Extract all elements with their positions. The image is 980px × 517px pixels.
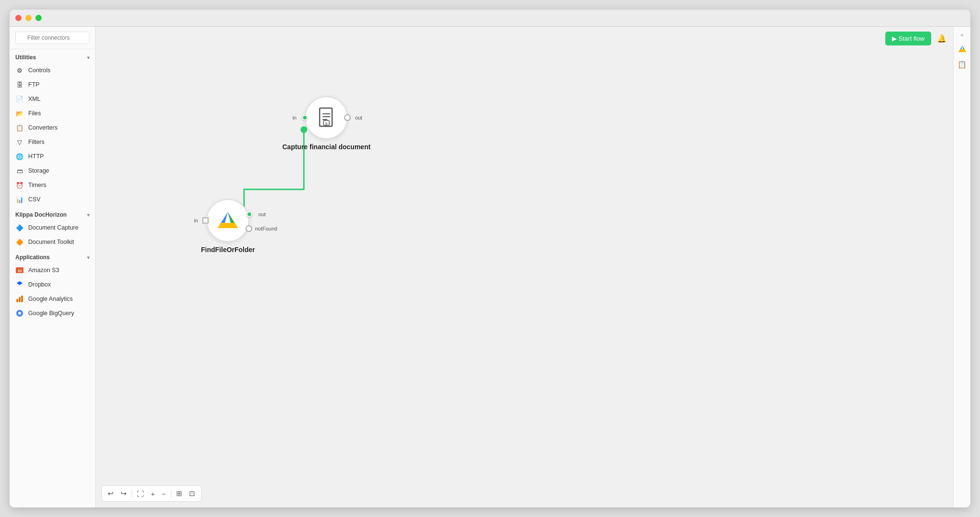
sidebar-item-google-analytics[interactable]: Google Analytics — [10, 292, 95, 306]
notification-bell[interactable]: 🔔 — [935, 32, 948, 45]
timers-icon: ⏰ — [15, 181, 24, 189]
sidebar-item-google-bigquery[interactable]: Google BigQuery — [10, 306, 95, 320]
node-find-file[interactable]: in out — [201, 199, 255, 253]
find-in-port — [202, 218, 209, 224]
maximize-button[interactable] — [35, 15, 42, 21]
klippa-section-header[interactable]: Klippa DocHorizon ▾ — [10, 207, 95, 220]
top-right-toolbar: ▶ Start flow 🔔 — [885, 32, 948, 45]
right-panel-drive-icon[interactable] — [957, 44, 968, 55]
http-icon: 🌐 — [15, 152, 24, 161]
search-input[interactable] — [15, 32, 89, 44]
sidebar-item-amazon-s3[interactable]: S3 Amazon S3 — [10, 263, 95, 277]
sidebar-item-filters[interactable]: ▽ Filters — [10, 135, 95, 149]
bottom-toolbar: ↩ ↪ ⛶ + − ⊞ ⊡ — [101, 485, 201, 502]
sidebar-item-http[interactable]: 🌐 HTTP — [10, 149, 95, 164]
sidebar-item-controls[interactable]: ⚙ Controls — [10, 63, 95, 77]
controls-label: Controls — [28, 67, 51, 74]
svg-marker-18 — [218, 223, 238, 228]
gdrive-node-icon — [216, 210, 240, 231]
right-panel-collapse[interactable]: « — [959, 31, 966, 40]
svg-point-7 — [18, 312, 21, 315]
klippa-label: Klippa DocHorizon — [15, 211, 67, 218]
utilities-chevron: ▾ — [87, 55, 89, 60]
doc-toolkit-label: Document Toolkit — [28, 239, 74, 245]
google-analytics-icon — [15, 295, 24, 303]
sidebar-item-timers[interactable]: ⏰ Timers — [10, 178, 95, 192]
canvas-area[interactable]: ▶ Start flow 🔔 in — [96, 27, 953, 507]
controls-icon: ⚙ — [15, 66, 24, 75]
right-panel-settings-icon[interactable]: 📋 — [957, 59, 968, 70]
sidebar-item-xml[interactable]: 📄 XML — [10, 92, 95, 106]
capture-out-port — [344, 114, 351, 121]
minimap-button[interactable]: ⊡ — [187, 488, 197, 499]
filters-label: Filters — [28, 139, 45, 145]
title-bar — [10, 10, 970, 27]
applications-chevron: ▾ — [87, 255, 89, 260]
dropbox-label: Dropbox — [28, 281, 51, 288]
doc-capture-icon: 🔷 — [15, 223, 24, 232]
sidebar-item-csv[interactable]: 📊 CSV — [10, 192, 95, 207]
start-flow-button[interactable]: ▶ Start flow — [885, 32, 931, 45]
main-window: 🔍 Utilities ▾ ⚙ Controls 🗄 FTP — [10, 10, 970, 507]
sidebar-item-doc-capture[interactable]: 🔷 Document Capture — [10, 220, 95, 235]
sidebar-item-dropbox[interactable]: Dropbox — [10, 277, 95, 292]
capture-in-label: in — [292, 115, 297, 121]
svg-text:$: $ — [325, 121, 328, 126]
capture-node-label: Capture financial document — [282, 143, 370, 151]
right-panel: « 📋 — [953, 27, 970, 507]
svg-marker-2 — [17, 281, 22, 287]
close-button[interactable] — [15, 15, 22, 21]
sidebar-item-files[interactable]: 📂 Files — [10, 106, 95, 121]
toolbar-divider-2 — [171, 490, 171, 497]
doc-toolkit-icon: 🔶 — [15, 238, 24, 246]
main-content: 🔍 Utilities ▾ ⚙ Controls 🗄 FTP — [10, 27, 970, 507]
utilities-label: Utilities — [15, 54, 36, 61]
zoom-out-button[interactable]: − — [160, 489, 168, 499]
sidebar-item-converters[interactable]: 📋 Converters — [10, 121, 95, 135]
ftp-label: FTP — [28, 81, 40, 88]
google-bigquery-icon — [15, 309, 24, 318]
google-bigquery-label: Google BigQuery — [28, 310, 74, 317]
capture-out-label: out — [355, 115, 362, 121]
http-label: HTTP — [28, 153, 44, 160]
storage-icon: 🗃 — [15, 166, 24, 175]
sidebar-item-doc-toolkit[interactable]: 🔶 Document Toolkit — [10, 235, 95, 249]
csv-label: CSV — [28, 196, 41, 203]
node-capture-financial[interactable]: in $ out Capture — [282, 96, 370, 151]
redo-button[interactable]: ↪ — [119, 488, 129, 499]
dropbox-icon — [15, 280, 24, 289]
svg-marker-21 — [958, 49, 966, 52]
sidebar-item-storage[interactable]: 🗃 Storage — [10, 164, 95, 178]
xml-icon: 📄 — [15, 95, 24, 103]
files-label: Files — [28, 110, 41, 117]
sidebar: 🔍 Utilities ▾ ⚙ Controls 🗄 FTP — [10, 27, 96, 507]
find-notfound-label: notFound — [255, 226, 277, 231]
storage-label: Storage — [28, 167, 49, 174]
utilities-section-header[interactable]: Utilities ▾ — [10, 49, 95, 63]
csv-icon: 📊 — [15, 195, 24, 204]
utilities-items: ⚙ Controls 🗄 FTP 📄 XML 📂 Files 📋 C — [10, 63, 95, 207]
klippa-chevron: ▾ — [87, 212, 89, 218]
find-out-port — [246, 211, 252, 217]
fit-button[interactable]: ⛶ — [135, 489, 146, 499]
applications-items: S3 Amazon S3 Dropbox — [10, 263, 95, 320]
minimize-button[interactable] — [25, 15, 32, 21]
applications-section-header[interactable]: Applications ▾ — [10, 249, 95, 263]
grid-button[interactable]: ⊞ — [174, 488, 184, 499]
zoom-in-button[interactable]: + — [149, 489, 157, 499]
amazon-s3-icon: S3 — [15, 266, 24, 275]
search-wrapper: 🔍 — [15, 32, 89, 44]
files-icon: 📂 — [15, 109, 24, 118]
sidebar-item-ftp[interactable]: 🗄 FTP — [10, 77, 95, 92]
flow-connections-svg — [96, 27, 953, 507]
filters-icon: ▽ — [15, 138, 24, 146]
doc-capture-label: Document Capture — [28, 224, 78, 231]
timers-label: Timers — [28, 182, 46, 188]
undo-button[interactable]: ↩ — [106, 488, 116, 499]
node-circle-find: in out — [206, 199, 249, 242]
find-in-label: in — [194, 218, 198, 223]
ftp-icon: 🗄 — [15, 80, 24, 89]
node-circle-capture: in $ out — [305, 96, 348, 139]
capture-in-port — [302, 115, 308, 121]
find-node-label: FindFileOrFolder — [201, 246, 255, 253]
